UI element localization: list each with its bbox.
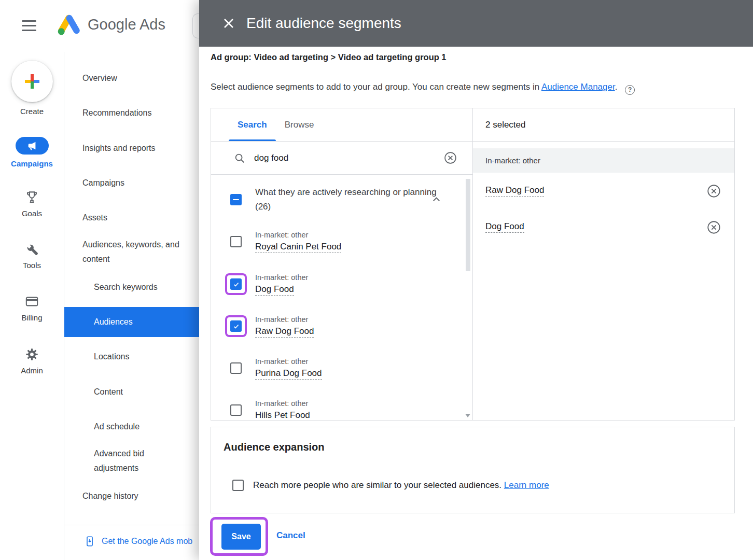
segment-search-column: Search Browse dog food What they are act…	[211, 108, 473, 420]
rail-admin-button[interactable]: Admin	[0, 347, 64, 375]
wrench-icon	[25, 242, 39, 256]
audience-name: Hills Pet Food	[255, 410, 310, 421]
sidebar-item-audiences-keywords-content[interactable]: Audiences, keywords, and content	[82, 237, 196, 267]
audience-search-input[interactable]: dog food	[254, 153, 435, 163]
selected-segments-column: 2 selected In-market: other Raw Dog Food…	[473, 108, 734, 420]
search-icon	[234, 152, 245, 164]
audience-checkbox[interactable]	[230, 320, 242, 332]
annotation-box	[230, 278, 242, 290]
group-checkbox[interactable]	[230, 194, 242, 205]
google-ads-logo: Google Ads	[57, 13, 165, 35]
sidebar-item-change-history[interactable]: Change history	[82, 492, 138, 501]
audience-row[interactable]: In-market: other Hills Pet Food	[211, 389, 460, 420]
rail-goals-label: Goals	[22, 209, 42, 218]
audience-category: In-market: other	[255, 357, 322, 366]
expansion-label: Reach more people who are similar to you…	[253, 480, 549, 491]
intro-period: .	[615, 82, 618, 92]
get-mobile-app-label: Get the Google Ads mob	[102, 537, 192, 546]
audience-row[interactable]: In-market: other Dog Food	[211, 263, 460, 305]
rail-campaigns-button[interactable]: Campaigns	[0, 137, 64, 168]
audience-expansion-title: Audience expansion	[224, 441, 325, 453]
group-label: What they are actively researching or pl…	[255, 185, 437, 214]
audience-checkbox[interactable]	[230, 236, 242, 247]
rail-create-button[interactable]: Create	[0, 61, 64, 116]
audience-row[interactable]: In-market: other Raw Dog Food	[211, 305, 460, 347]
sidebar-item-campaigns[interactable]: Campaigns	[82, 178, 124, 188]
audience-category: In-market: other	[255, 273, 308, 282]
menu-icon[interactable]	[22, 20, 36, 31]
create-circle	[11, 61, 53, 102]
selected-item: Dog Food	[473, 209, 734, 245]
selected-item: Raw Dog Food	[473, 173, 734, 209]
trophy-icon	[25, 190, 39, 204]
remove-segment-icon[interactable]	[707, 184, 721, 198]
learn-more-link[interactable]: Learn more	[504, 480, 549, 490]
campaigns-pill	[16, 137, 49, 155]
gear-icon	[25, 347, 39, 361]
annotation-box	[230, 320, 242, 332]
tab-search[interactable]: Search	[229, 108, 276, 141]
scrollbar[interactable]	[466, 179, 470, 271]
sidebar-item-locations[interactable]: Locations	[94, 352, 130, 361]
segment-picker: Search Browse dog food What they are act…	[211, 108, 735, 421]
audience-name: Purina Dog Food	[255, 368, 322, 380]
sidebar-divider	[64, 525, 199, 525]
plus-icon	[23, 72, 41, 91]
brand-text: Google Ads	[88, 16, 165, 33]
audience-category: In-market: other	[255, 231, 341, 239]
clear-search-icon[interactable]	[444, 151, 457, 164]
intro-text: Select audience segments to add to your …	[211, 82, 635, 95]
sidebar-item-insights[interactable]: Insights and reports	[82, 144, 156, 153]
selected-item-name: Dog Food	[485, 221, 524, 233]
audience-name: Raw Dog Food	[255, 326, 314, 338]
group-row[interactable]: What they are actively researching or pl…	[211, 178, 460, 221]
selected-count: 2 selected	[473, 108, 734, 142]
audience-expansion-row: Reach more people who are similar to you…	[232, 480, 549, 491]
audience-manager-link[interactable]: Audience Manager	[541, 82, 615, 92]
icon-rail: Create Campaigns Goals Tools Billing	[0, 52, 64, 560]
rail-goals-button[interactable]: Goals	[0, 190, 64, 218]
rail-tools-button[interactable]: Tools	[0, 242, 64, 270]
collapse-chevron-icon[interactable]	[430, 194, 442, 206]
rail-billing-label: Billing	[21, 313, 42, 322]
nav-sidebar: Overview Recommendations Insights and re…	[64, 52, 199, 560]
sidebar-item-assets[interactable]: Assets	[82, 213, 107, 222]
audience-checkbox[interactable]	[230, 278, 242, 290]
selected-item-name: Raw Dog Food	[485, 185, 544, 197]
audience-row[interactable]: In-market: other Purina Dog Food	[211, 347, 460, 389]
google-ads-logo-icon	[57, 13, 81, 35]
topbar: Google Ads	[0, 0, 199, 52]
sidebar-item-overview[interactable]: Overview	[82, 74, 117, 83]
audience-name: Royal Canin Pet Food	[255, 242, 341, 253]
expansion-copy: Reach more people who are similar to you…	[253, 480, 501, 490]
help-icon[interactable]: ?	[625, 85, 635, 95]
sidebar-item-ad-schedule[interactable]: Ad schedule	[94, 422, 140, 431]
search-results-list: What they are actively researching or pl…	[211, 175, 472, 420]
credit-card-icon	[25, 295, 39, 309]
remove-segment-icon[interactable]	[707, 220, 721, 234]
sidebar-item-audiences-selected[interactable]: Audiences	[64, 307, 199, 337]
save-button[interactable]: Save	[221, 524, 261, 550]
audience-checkbox[interactable]	[230, 404, 242, 416]
sidebar-item-advanced-bid-adjustments[interactable]: Advanced bid adjustments	[94, 446, 179, 475]
scroll-down-arrow[interactable]	[465, 414, 470, 417]
close-icon[interactable]	[222, 17, 235, 30]
breadcrumb: Ad group: Video ad targeting > Video ad …	[211, 52, 447, 62]
megaphone-icon	[26, 140, 38, 151]
cancel-button[interactable]: Cancel	[276, 530, 305, 541]
audience-row[interactable]: In-market: other Royal Canin Pet Food	[211, 220, 460, 263]
sidebar-item-recommendations[interactable]: Recommendations	[82, 108, 151, 118]
audience-checkbox[interactable]	[230, 362, 242, 374]
sidebar-item-content[interactable]: Content	[94, 387, 123, 397]
get-mobile-app-link[interactable]: Get the Google Ads mob	[84, 536, 192, 547]
sidebar-item-search-keywords[interactable]: Search keywords	[94, 283, 158, 292]
rail-billing-button[interactable]: Billing	[0, 295, 64, 322]
audience-category: In-market: other	[255, 315, 314, 324]
expansion-checkbox[interactable]	[232, 480, 244, 491]
tab-browse[interactable]: Browse	[276, 108, 323, 141]
rail-tools-label: Tools	[23, 261, 41, 270]
audience-search-row: dog food	[211, 142, 472, 175]
selected-category-header: In-market: other	[473, 148, 734, 173]
phone-download-icon	[84, 536, 95, 547]
dialog-title: Edit audience segments	[246, 15, 401, 32]
